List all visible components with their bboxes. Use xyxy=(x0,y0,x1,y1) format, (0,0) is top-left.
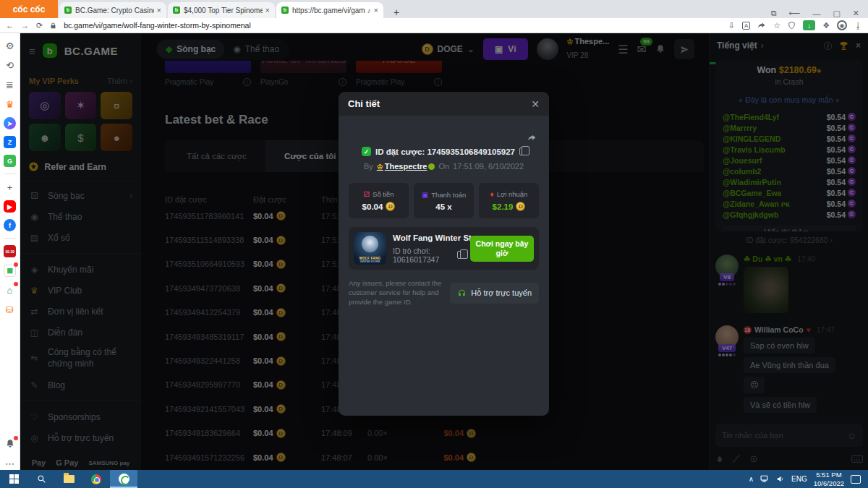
tab-audio-icon[interactable]: ♪ xyxy=(367,7,371,14)
dice-icon: ⚂ xyxy=(363,190,370,198)
stat-value: $2.19D xyxy=(493,202,526,211)
tab-favicon-icon: b xyxy=(173,7,180,14)
reload-icon[interactable]: ⟳ xyxy=(36,21,43,30)
tabs-container: bBC.Game: Crypto Casino Gam×b$4,000 Top … xyxy=(58,2,383,18)
shield-icon[interactable] xyxy=(788,21,796,30)
back-icon[interactable]: ← xyxy=(6,21,14,30)
wolf-image xyxy=(362,236,378,252)
zalo-icon[interactable]: Z xyxy=(4,136,16,148)
taskbar-search-icon[interactable] xyxy=(27,470,55,488)
tab-title: BC.Game: Crypto Casino Gam xyxy=(75,7,154,14)
stat-label-text: Số tiền xyxy=(373,190,394,198)
wallet-icon: ▣ xyxy=(422,191,428,199)
stat-value: 45 x xyxy=(435,202,451,211)
close-button[interactable]: ✕ xyxy=(853,9,859,18)
browser-tab[interactable]: b$4,000 Top Tier Spinomenal× xyxy=(168,2,275,18)
maximize-button[interactable]: ▢ xyxy=(833,9,840,18)
youtube-icon[interactable]: ▶ xyxy=(4,200,16,213)
stat-label-text: Thanh toán xyxy=(431,191,466,199)
live-support-button[interactable]: Hỗ trợ trực tuyến xyxy=(450,283,539,304)
tray-chevron-icon[interactable]: ∧ xyxy=(749,475,754,483)
browser-url-bar: ← → ⟳ bc.game/vi/game/wolf-fang-winter-s… xyxy=(0,18,868,33)
facebook-icon[interactable]: f xyxy=(4,219,16,231)
sale-10-10-icon[interactable]: 10.10 xyxy=(4,245,16,257)
tab-close-icon[interactable]: × xyxy=(374,6,378,14)
copy-icon[interactable] xyxy=(519,147,526,155)
more-options-icon[interactable]: ⋯ xyxy=(4,457,17,470)
profile-icon[interactable]: ◉ xyxy=(837,20,847,30)
share-icon[interactable] xyxy=(757,21,766,30)
urlbar-actions: ⇩ A ☆ ↓ ❖ ◉ ⭳ xyxy=(728,20,862,30)
notifications-bell-icon[interactable] xyxy=(4,437,17,450)
crown-icon: ♔ xyxy=(377,163,383,171)
tab-favicon-icon: b xyxy=(281,7,289,14)
bet-datetime: 17:51:09, 6/10/2022 xyxy=(453,162,524,171)
newsfeed-icon[interactable]: ≣ xyxy=(4,78,17,91)
stat-amount: 45 x xyxy=(435,202,451,211)
stat-box-2: ▣Thanh toán45 x xyxy=(414,183,474,218)
game-id: ID trò chơi: 10616017347 xyxy=(393,247,453,264)
gift-icon[interactable]: ▦ xyxy=(4,264,17,277)
cart-icon[interactable]: ⛁ xyxy=(4,303,17,316)
games-icon[interactable]: G xyxy=(4,155,16,167)
game-thumbnail[interactable]: WOLF FANGWINTER STORM xyxy=(354,232,386,265)
coccoc-logo[interactable]: cốc cốc xyxy=(0,0,58,18)
browser-tab[interactable]: bhttps://bc.game/vi/game♪× xyxy=(276,2,383,18)
stat-label: ⚂Số tiền xyxy=(363,190,393,198)
history-clock-icon[interactable]: ⟲ xyxy=(4,59,17,72)
play-now-button[interactable]: Chơi ngay bây giờ xyxy=(470,236,534,262)
network-icon[interactable] xyxy=(760,475,770,483)
extensions-puzzle-icon[interactable]: ❖ xyxy=(822,21,830,30)
stat-amount: $0.04 xyxy=(362,202,383,211)
start-button[interactable] xyxy=(0,470,27,488)
stat-label-text: Lợi nhuận xyxy=(497,190,528,198)
file-explorer-icon[interactable] xyxy=(55,470,82,488)
language-indicator[interactable]: ENG xyxy=(791,475,807,483)
minimize-button[interactable]: — xyxy=(812,9,820,18)
download-active-icon[interactable]: ↓ xyxy=(803,20,815,30)
window-controls: ⧉ ⟵ — ▢ ✕ xyxy=(771,9,868,18)
doge-coin-icon: D xyxy=(386,202,395,211)
headset-icon xyxy=(457,288,467,298)
shop-icon[interactable]: ⌂ xyxy=(4,283,17,296)
chrome-icon[interactable] xyxy=(82,470,110,488)
volume-icon[interactable] xyxy=(776,475,785,483)
save-page-icon[interactable]: ⇩ xyxy=(728,21,735,30)
settings-gear-icon[interactable]: ⚙ xyxy=(4,39,17,52)
tab-search-icon[interactable]: ⧉ xyxy=(771,9,777,18)
tab-title: $4,000 Top Tier Spinomenal xyxy=(184,7,263,14)
stat-box-1: ⚂Số tiền$0.04D xyxy=(349,183,409,218)
verified-icon: ✓ xyxy=(362,147,371,156)
windows-taskbar: ∧ ENG 5:51 PM10/6/2022 xyxy=(0,470,868,488)
divider xyxy=(4,174,16,174)
tab-close-icon[interactable]: × xyxy=(265,6,270,14)
divider xyxy=(4,238,16,239)
stat-amount: $2.19 xyxy=(493,202,514,211)
browser-side-rail: ⚙ ⟲ ≣ ♛ ➤ Z G + ▶ f 10.10 ▦ ⌂ ⛁ ⋯ xyxy=(0,33,20,470)
add-shortcut-icon[interactable]: + xyxy=(4,181,17,194)
bookmark-star-icon[interactable]: ☆ xyxy=(773,21,780,30)
modal-bet-id: ID đặt cược: 1745935106849105927 xyxy=(375,147,515,156)
doge-coin-icon: D xyxy=(516,202,525,211)
bet-stats: ⚂Số tiền$0.04D▣Thanh toán45 x♦Lợi nhuận$… xyxy=(349,183,539,218)
taskbar-clock[interactable]: 5:51 PM10/6/2022 xyxy=(814,471,844,488)
share-bet-icon[interactable] xyxy=(527,133,537,142)
browser-tab[interactable]: bBC.Game: Crypto Casino Gam× xyxy=(59,2,166,18)
bet-user-link[interactable]: ♔Thespectre xyxy=(377,162,435,171)
messenger-icon[interactable]: ➤ xyxy=(4,117,16,129)
new-tab-button[interactable]: + xyxy=(389,7,404,18)
hot-trending-icon[interactable]: ♛ xyxy=(4,98,17,111)
copy-icon[interactable] xyxy=(457,251,464,259)
stat-label: ♦Lợi nhuận xyxy=(490,190,528,198)
tab-favicon-icon: b xyxy=(64,7,72,14)
translate-icon[interactable]: A xyxy=(742,22,750,30)
modal-close-icon[interactable]: ✕ xyxy=(531,98,540,110)
url-text[interactable]: bc.game/vi/game/wolf-fang-winter-storm-b… xyxy=(64,21,720,30)
tab-close-icon[interactable]: × xyxy=(157,6,161,14)
coccoc-taskbar-icon[interactable] xyxy=(110,470,137,488)
lock-icon xyxy=(50,22,56,30)
downloads-tray-icon[interactable]: ⭳ xyxy=(854,21,862,30)
forward-icon[interactable]: → xyxy=(21,21,29,30)
action-center-icon[interactable] xyxy=(851,475,861,484)
history-arrow-icon[interactable]: ⟵ xyxy=(789,9,801,18)
